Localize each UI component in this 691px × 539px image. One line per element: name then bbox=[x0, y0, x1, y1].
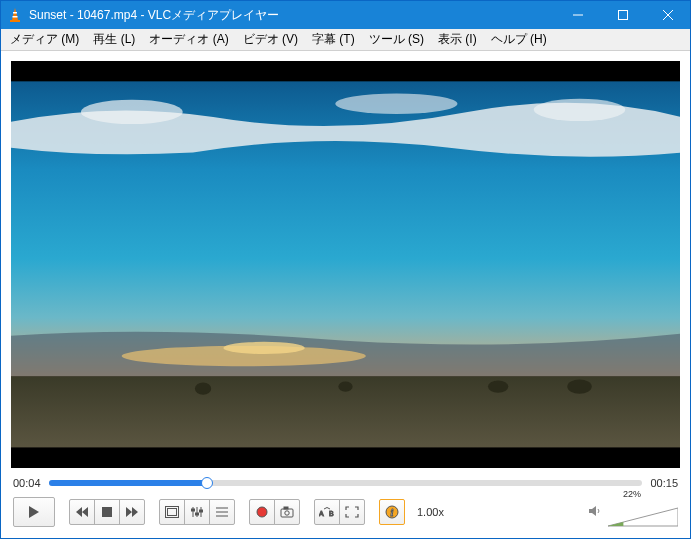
fullscreen-button[interactable] bbox=[159, 499, 185, 525]
svg-rect-20 bbox=[102, 507, 112, 517]
video-area[interactable] bbox=[11, 61, 680, 468]
svg-point-13 bbox=[223, 342, 304, 354]
svg-point-17 bbox=[488, 380, 508, 392]
svg-point-18 bbox=[567, 379, 591, 393]
svg-rect-22 bbox=[168, 509, 177, 516]
close-button[interactable] bbox=[645, 1, 690, 29]
svg-rect-27 bbox=[196, 513, 199, 515]
seek-thumb[interactable] bbox=[201, 477, 213, 489]
vlc-window: Sunset - 10467.mp4 - VLCメディアプレイヤー メディア (… bbox=[0, 0, 691, 539]
info-button[interactable]: i bbox=[379, 499, 405, 525]
window-buttons bbox=[555, 1, 690, 29]
svg-rect-28 bbox=[200, 510, 203, 512]
svg-rect-0 bbox=[10, 20, 20, 22]
seek-slider[interactable] bbox=[49, 476, 643, 490]
vlc-cone-icon bbox=[7, 7, 23, 23]
maximize-button[interactable] bbox=[600, 1, 645, 29]
svg-point-11 bbox=[534, 99, 626, 121]
svg-point-16 bbox=[338, 382, 352, 392]
menu-tools[interactable]: ツール (S) bbox=[362, 29, 431, 50]
menu-media[interactable]: メディア (M) bbox=[3, 29, 86, 50]
svg-rect-1 bbox=[13, 12, 17, 14]
volume-control: 22% bbox=[588, 496, 678, 528]
svg-rect-26 bbox=[192, 509, 195, 511]
menu-video[interactable]: ビデオ (V) bbox=[236, 29, 305, 50]
svg-rect-19 bbox=[11, 448, 680, 468]
window-title: Sunset - 10467.mp4 - VLCメディアプレイヤー bbox=[29, 7, 555, 24]
menu-help[interactable]: ヘルプ (H) bbox=[484, 29, 554, 50]
record-button[interactable] bbox=[249, 499, 275, 525]
play-button[interactable] bbox=[13, 497, 55, 527]
stop-button[interactable] bbox=[94, 499, 120, 525]
equalizer-button[interactable] bbox=[184, 499, 210, 525]
aspect-button[interactable] bbox=[339, 499, 365, 525]
svg-rect-7 bbox=[11, 61, 680, 81]
previous-button[interactable] bbox=[69, 499, 95, 525]
svg-rect-33 bbox=[281, 509, 293, 517]
menu-subtitle[interactable]: 字幕 (T) bbox=[305, 29, 362, 50]
svg-point-34 bbox=[285, 511, 289, 515]
playback-speed[interactable]: 1.00x bbox=[417, 506, 444, 518]
svg-point-9 bbox=[81, 100, 183, 124]
menu-view[interactable]: 表示 (I) bbox=[431, 29, 484, 50]
menu-playback[interactable]: 再生 (L) bbox=[86, 29, 142, 50]
titlebar[interactable]: Sunset - 10467.mp4 - VLCメディアプレイヤー bbox=[1, 1, 690, 29]
volume-slider[interactable] bbox=[608, 506, 678, 528]
next-button[interactable] bbox=[119, 499, 145, 525]
volume-level: 22% bbox=[623, 489, 691, 499]
playlist-button[interactable] bbox=[209, 499, 235, 525]
svg-text:A: A bbox=[319, 510, 324, 517]
svg-text:B: B bbox=[329, 510, 334, 517]
svg-rect-2 bbox=[13, 16, 18, 18]
speaker-icon[interactable] bbox=[588, 504, 602, 521]
snapshot-button[interactable] bbox=[274, 499, 300, 525]
seek-fill bbox=[49, 480, 208, 486]
menu-audio[interactable]: オーディオ (A) bbox=[142, 29, 235, 50]
svg-point-32 bbox=[257, 507, 267, 517]
svg-point-15 bbox=[195, 383, 211, 395]
seek-row: 00:04 00:15 bbox=[1, 474, 690, 492]
total-time[interactable]: 00:15 bbox=[650, 477, 678, 489]
svg-rect-35 bbox=[284, 507, 288, 509]
minimize-button[interactable] bbox=[555, 1, 600, 29]
svg-rect-4 bbox=[618, 11, 627, 20]
svg-text:i: i bbox=[391, 507, 394, 518]
loop-ab-button[interactable]: AB bbox=[314, 499, 340, 525]
svg-point-10 bbox=[335, 94, 457, 114]
controls: AB i 1.00x 22% bbox=[1, 492, 690, 538]
current-time[interactable]: 00:04 bbox=[13, 477, 41, 489]
menubar: メディア (M) 再生 (L) オーディオ (A) ビデオ (V) 字幕 (T)… bbox=[1, 29, 690, 51]
